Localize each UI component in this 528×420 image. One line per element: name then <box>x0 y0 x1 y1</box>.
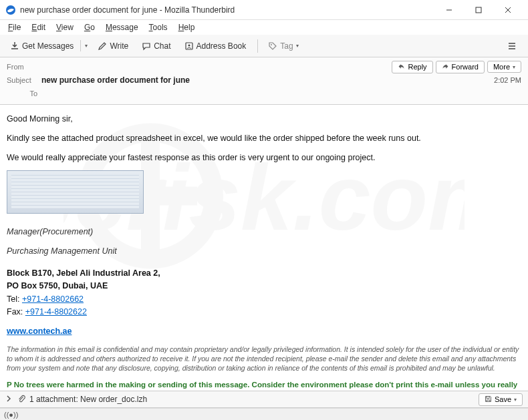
window-minimize-button[interactable] <box>434 0 464 20</box>
forward-button[interactable]: Forward <box>436 61 485 73</box>
window-title: new purchase order document for june - M… <box>20 5 434 15</box>
tag-icon <box>268 41 277 51</box>
tel-link[interactable]: +971-4-8802662 <box>22 294 84 304</box>
connection-status-icon[interactable]: ((●)) <box>4 411 18 419</box>
menu-edit[interactable]: Edit <box>26 21 51 33</box>
chat-button[interactable]: Chat <box>136 38 176 54</box>
body-paragraph-1: Kindly see the attached product spreadsh… <box>7 132 521 145</box>
chevron-down-icon: ▾ <box>514 397 517 403</box>
subject-value: new purchase order document for june <box>41 75 489 85</box>
tag-label: Tag <box>280 41 293 51</box>
save-label: Save <box>495 395 511 403</box>
tag-button[interactable]: Tag ▾ <box>262 38 304 54</box>
toolbar-separator <box>257 39 258 53</box>
to-label: To <box>7 89 41 97</box>
signature-address-1: Block B170, Jebel Ali Industrial Area 2, <box>7 267 521 280</box>
signature-tel-row: Tel: +971-4-8802662 <box>7 293 521 306</box>
chevron-down-icon: ▾ <box>296 43 299 49</box>
menu-tools[interactable]: Tools <box>144 21 173 33</box>
menu-go[interactable]: Go <box>79 21 100 33</box>
main-toolbar: Get Messages ▾ Write Chat Address Book T… <box>0 35 528 57</box>
menu-message[interactable]: Message <box>100 21 144 33</box>
from-label: From <box>7 63 41 71</box>
message-header: From Reply Forward More ▾ Subject new pu… <box>0 57 528 105</box>
expand-attachment-button[interactable] <box>5 395 12 404</box>
signature-title: Manager(Procurement) <box>7 226 521 238</box>
get-messages-dropdown[interactable]: ▾ <box>80 40 92 51</box>
website-link[interactable]: www.contech.ae <box>7 327 72 336</box>
menu-view[interactable]: View <box>51 21 79 33</box>
hamburger-icon <box>507 41 517 51</box>
body-greeting: Good Morning sir, <box>7 113 521 126</box>
chat-label: Chat <box>154 41 170 51</box>
svg-point-8 <box>188 44 190 46</box>
get-messages-label: Get Messages <box>22 41 74 51</box>
address-book-label: Address Book <box>196 41 247 51</box>
message-body: Good Morning sir, Kindly see the attache… <box>0 105 528 392</box>
address-book-button[interactable]: Address Book <box>178 38 253 54</box>
svg-rect-4 <box>476 7 481 13</box>
write-button[interactable]: Write <box>92 38 134 54</box>
subject-label: Subject <box>7 76 41 84</box>
app-menu-button[interactable] <box>501 38 523 54</box>
tel-label: Tel: <box>7 294 22 304</box>
get-messages-button[interactable]: Get Messages <box>4 38 80 54</box>
signature-unit: Purchasing Management Unit <box>7 245 521 258</box>
attachment-text[interactable]: 1 attachment: New order_doc.lzh <box>29 395 479 404</box>
menu-help[interactable]: Help <box>173 21 201 33</box>
address-book-icon <box>184 41 194 51</box>
signature-address-2: PO Box 5750, Dubai, UAE <box>7 280 521 292</box>
thunderbird-icon <box>5 5 16 15</box>
fax-link[interactable]: +971-4-8802622 <box>25 307 87 317</box>
embedded-spreadsheet-image <box>7 170 144 214</box>
body-paragraph-2: We would really appreciate your fastest … <box>7 152 521 164</box>
reply-label: Reply <box>408 63 426 71</box>
chat-icon <box>142 41 151 51</box>
pencil-icon <box>98 41 107 51</box>
paperclip-icon <box>17 395 25 405</box>
more-button[interactable]: More ▾ <box>487 61 521 73</box>
window-titlebar: new purchase order document for june - M… <box>0 0 528 20</box>
svg-point-9 <box>271 44 272 45</box>
menu-file[interactable]: File <box>3 21 26 33</box>
reply-icon <box>398 63 405 71</box>
disclaimer-text: The information in this email is confide… <box>7 345 521 373</box>
save-attachment-button[interactable]: Save ▾ <box>479 393 523 406</box>
attachment-bar: 1 attachment: New order_doc.lzh Save ▾ <box>0 391 528 408</box>
chevron-down-icon: ▾ <box>513 64 515 70</box>
reply-button[interactable]: Reply <box>392 61 432 73</box>
signature-fax-row: Fax: +971-4-8802622 <box>7 306 521 319</box>
save-icon <box>485 395 492 404</box>
fax-label: Fax: <box>7 307 25 317</box>
window-maximize-button[interactable] <box>464 0 493 20</box>
forward-label: Forward <box>452 63 479 71</box>
chevron-down-icon: ▾ <box>85 43 88 49</box>
status-bar: ((●)) <box>0 408 528 420</box>
message-time: 2:02 PM <box>494 76 521 84</box>
write-label: Write <box>110 41 128 51</box>
download-icon <box>10 41 19 51</box>
menu-bar: File Edit View Go Message Tools Help <box>0 20 528 35</box>
forward-icon <box>442 63 449 71</box>
more-label: More <box>493 63 510 71</box>
window-close-button[interactable] <box>493 0 523 20</box>
